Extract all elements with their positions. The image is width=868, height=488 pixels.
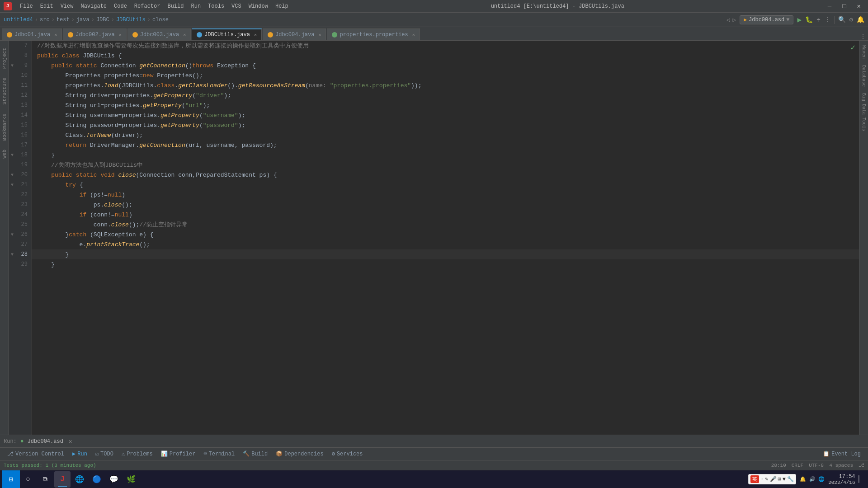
taskbar-search[interactable]: ○ — [20, 471, 36, 488]
taskbar-right: 英 · ✎ 🎤 ⊞ ▼ 🔧 🔔 🔊 🌐 17:54 2022/4/16 ▏ — [748, 474, 866, 485]
ime-edit-icon[interactable]: ✎ — [765, 476, 768, 483]
coverage-button[interactable]: ☂ — [816, 16, 820, 23]
code-text-area[interactable]: //对数据库进行增删改查操作需要每次先连接到数据库，所以需要将连接的操作提取到工… — [32, 41, 859, 435]
taskbar-edge[interactable]: 🔵 — [89, 471, 105, 488]
indent-setting[interactable]: 4 spaces — [829, 463, 853, 468]
tab-close-properties[interactable]: ✕ — [412, 32, 415, 38]
tab-close-jdbc003[interactable]: ✕ — [183, 32, 186, 38]
menu-file[interactable]: File — [17, 2, 36, 10]
tab-services[interactable]: ⚙ Services — [328, 450, 367, 458]
menu-navigate[interactable]: Navigate — [78, 2, 109, 10]
menu-tools[interactable]: Tools — [205, 2, 227, 10]
breadcrumb-src[interactable]: src — [40, 17, 50, 23]
minimize-button[interactable]: ─ — [824, 2, 835, 11]
event-log-icon: 📋 — [823, 450, 830, 457]
tab-jdbc004[interactable]: Jdbc004.java ✕ — [263, 28, 326, 40]
tab-jdbc002[interactable]: Jdbc002.java ✕ — [63, 28, 126, 40]
line-num-19: 19 — [9, 160, 31, 170]
run-config-dropdown-icon[interactable]: ▼ — [786, 17, 789, 23]
tab-properties[interactable]: properties.properties ✕ — [327, 28, 420, 40]
run-close-icon[interactable]: ✕ — [69, 438, 72, 445]
tab-todo[interactable]: ☑ TODO — [92, 450, 117, 458]
menu-edit[interactable]: Edit — [38, 2, 56, 10]
tab-version-control[interactable]: ⎇ Version Control — [4, 450, 68, 458]
line-ending[interactable]: CRLF — [792, 463, 803, 468]
tab-event-log[interactable]: 📋 Event Log — [819, 450, 864, 458]
tab-close-jdbc004[interactable]: ✕ — [318, 32, 321, 38]
line-num-16: 16 — [9, 130, 31, 140]
show-desktop-button[interactable]: ▏ — [859, 475, 863, 483]
tab-build[interactable]: 🔨 Build — [239, 450, 271, 458]
ime-mic-icon[interactable]: 🎤 — [770, 476, 777, 483]
sidebar-item-maven[interactable]: Maven — [860, 42, 867, 61]
taskbar-chrome[interactable]: 🌐 — [71, 471, 88, 488]
tab-jdbcutils[interactable]: JDBCUtils.java ✕ — [192, 28, 262, 40]
menu-refactor[interactable]: Refactor — [132, 2, 163, 10]
maximize-button[interactable]: □ — [839, 2, 849, 11]
sidebar-item-database[interactable]: Database — [860, 62, 867, 89]
tab-run[interactable]: ▶ Run — [69, 450, 91, 458]
build-icon: 🔨 — [243, 450, 250, 457]
navigate-back-icon[interactable]: ◁ — [726, 16, 730, 23]
debug-button[interactable]: 🐛 — [805, 16, 813, 23]
breadcrumb: untitled4 › src › test › java › JDBC › J… — [4, 17, 169, 23]
taskbar-wechat[interactable]: 💬 — [106, 471, 122, 488]
sidebar-item-web[interactable]: Web — [1, 146, 8, 162]
menu-view[interactable]: View — [58, 2, 76, 10]
settings-icon[interactable]: ⚙ — [849, 16, 853, 23]
menu-window[interactable]: Window — [246, 2, 271, 10]
sidebar-item-bookmarks[interactable]: Bookmarks — [1, 110, 8, 144]
more-actions-button[interactable]: ⋮ — [824, 16, 830, 23]
breadcrumb-tab[interactable]: close — [152, 17, 169, 23]
line-num-10: 10 — [9, 70, 31, 80]
tab-overflow[interactable]: ⋮ — [860, 33, 868, 40]
breadcrumb-jdbc[interactable]: JDBC — [96, 17, 109, 23]
updates-icon[interactable]: 🔔 — [857, 16, 864, 23]
ime-grid-icon[interactable]: ⊞ — [778, 476, 781, 483]
tab-close-jdbc01[interactable]: ✕ — [54, 32, 57, 38]
tab-problems[interactable]: ⚠ Problems — [118, 450, 156, 458]
sidebar-item-structure[interactable]: Structure — [1, 74, 8, 108]
run-button[interactable]: ▶ — [797, 15, 802, 24]
ime-wrench-icon[interactable]: 🔧 — [787, 476, 794, 483]
taskbar-task-view[interactable]: ⧉ — [37, 471, 53, 488]
tab-close-jdbcutils[interactable]: ✕ — [254, 32, 257, 38]
ime-skin-icon[interactable]: ▼ — [783, 476, 786, 483]
menu-build[interactable]: Build — [165, 2, 186, 10]
tab-overflow-icon[interactable]: ⋮ — [860, 33, 866, 40]
tab-close-jdbc002[interactable]: ✕ — [119, 32, 122, 38]
menu-code[interactable]: Code — [111, 2, 130, 10]
breadcrumb-file[interactable]: JDBCUtils — [116, 17, 146, 23]
ime-lang-button[interactable]: 英 — [750, 475, 759, 483]
test-result: Tests passed: 1 (3 minutes ago) — [4, 463, 96, 468]
sidebar-item-project[interactable]: Project — [1, 44, 8, 72]
start-button[interactable]: ⊞ — [2, 470, 20, 488]
bottom-run-bar: Run: ● Jdbc004.asd ✕ — [0, 435, 868, 447]
taskbar-app5[interactable]: 🌿 — [123, 471, 139, 488]
sidebar-item-bigdata[interactable]: Big Data Tools — [860, 90, 867, 134]
status-left: Tests passed: 1 (3 minutes ago) — [4, 463, 96, 468]
navigate-forward-icon[interactable]: ▷ — [733, 16, 736, 23]
encoding[interactable]: UTF-8 — [809, 463, 824, 468]
breadcrumb-project[interactable]: untitled4 — [4, 17, 33, 23]
menu-run[interactable]: Run — [188, 2, 203, 10]
tab-jdbc003[interactable]: Jdbc003.java ✕ — [127, 28, 191, 40]
clock[interactable]: 17:54 2022/4/16 — [828, 474, 855, 485]
intellij-icon: J — [60, 475, 65, 483]
run-config-icon: ▶ — [744, 17, 747, 23]
tab-dependencies[interactable]: 📦 Dependencies — [272, 450, 327, 458]
cursor-position[interactable]: 28:10 — [771, 463, 786, 468]
close-button[interactable]: ✕ — [854, 1, 864, 11]
breadcrumb-java[interactable]: java — [76, 17, 90, 23]
run-configuration[interactable]: ▶ Jdbc004.asd ▼ — [740, 15, 793, 24]
editor-tabs: Jdbc01.java ✕ Jdbc002.java ✕ Jdbc003.jav… — [0, 27, 868, 41]
tab-profiler[interactable]: 📊 Profiler — [157, 450, 199, 458]
tab-terminal[interactable]: ⌨ Terminal — [200, 450, 238, 458]
breadcrumb-test[interactable]: test — [57, 17, 70, 23]
search-everywhere-icon[interactable]: 🔍 — [838, 16, 846, 23]
tab-jdbc01[interactable]: Jdbc01.java ✕ — [2, 28, 62, 40]
code-editor: 7 8 ▼9 10 11 12 13 14 15 16 17 ▼18 19 ▼2… — [9, 41, 859, 435]
taskbar-intellij[interactable]: J — [54, 471, 71, 488]
menu-vcs[interactable]: VCS — [229, 2, 244, 10]
menu-help[interactable]: Help — [273, 2, 291, 10]
